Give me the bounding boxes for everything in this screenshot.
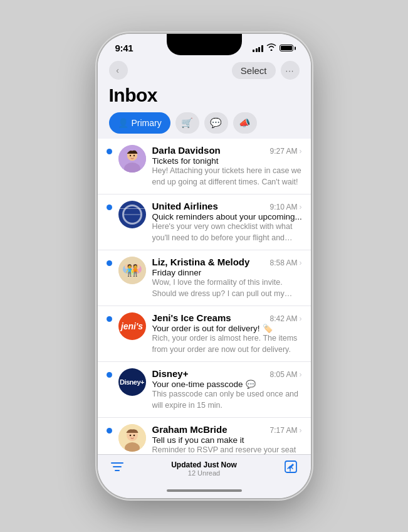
avatar: 🧑‍🤝‍🧑 bbox=[118, 257, 146, 284]
updated-label: Updated Just Now bbox=[171, 460, 237, 469]
email-preview: Hey! Attaching your tickets here in case… bbox=[152, 166, 302, 188]
svg-point-16 bbox=[129, 435, 131, 437]
megaphone-icon: 📣 bbox=[239, 117, 251, 129]
email-sender: Darla Davidson bbox=[152, 145, 221, 156]
svg-text:🧑‍🤝‍🧑: 🧑‍🤝‍🧑 bbox=[125, 263, 140, 277]
email-time: 7:17 AM bbox=[269, 426, 297, 435]
home-bar bbox=[167, 489, 242, 492]
nav-bar: ‹ Select ··· bbox=[98, 56, 311, 82]
list-item[interactable]: Darla Davidson 9:27 AM › Tickets for ton… bbox=[98, 139, 311, 194]
tab-promotions[interactable]: 📣 bbox=[233, 112, 257, 134]
cart-icon: 🛒 bbox=[181, 117, 193, 129]
unread-indicator bbox=[107, 149, 112, 154]
status-icons bbox=[253, 43, 293, 53]
tab-shopping[interactable]: 🛒 bbox=[175, 112, 199, 134]
phone-frame: 9:41 bbox=[98, 34, 311, 498]
email-time: 8:58 AM bbox=[269, 258, 297, 267]
email-preview: This passcode can only be used once and … bbox=[152, 389, 302, 411]
tab-primary[interactable]: 👤 Primary bbox=[109, 112, 170, 134]
email-time: 8:42 AM bbox=[269, 314, 297, 323]
avatar: jeni's bbox=[118, 312, 146, 340]
tab-social[interactable]: 💬 bbox=[204, 112, 228, 134]
chevron-right-icon: › bbox=[300, 258, 302, 267]
notch bbox=[167, 34, 242, 55]
email-sender: Jeni's Ice Creams bbox=[152, 312, 231, 323]
list-item[interactable]: United Airlines 9:10 AM › Quick reminder… bbox=[98, 194, 311, 250]
unread-indicator bbox=[107, 372, 112, 378]
email-sender: Graham McBride bbox=[152, 424, 228, 435]
list-item[interactable]: Graham McBride 7:17 AM › Tell us if you … bbox=[98, 418, 311, 454]
avatar bbox=[118, 424, 146, 452]
email-subject: Friday dinner bbox=[152, 268, 302, 277]
email-preview: Reminder to RSVP and reserve your seat a… bbox=[152, 445, 302, 454]
avatar: Disney+ bbox=[118, 368, 146, 396]
email-subject: Quick reminders about your upcoming... 🏷… bbox=[152, 212, 302, 221]
page-title: Inbox bbox=[109, 85, 300, 106]
email-content: Disney+ 8:05 AM › Your one-time passcode… bbox=[152, 368, 302, 411]
bottom-bar: Updated Just Now 12 Unread bbox=[98, 454, 311, 487]
update-status: Updated Just Now 12 Unread bbox=[171, 460, 237, 477]
screen: 9:41 bbox=[98, 34, 311, 498]
shopping-tag-icon: 🏷️ bbox=[263, 324, 273, 333]
tab-primary-label: Primary bbox=[132, 118, 162, 128]
email-sender: Liz, Kristina & Melody bbox=[152, 257, 250, 267]
email-content: Liz, Kristina & Melody 8:58 AM › Friday … bbox=[152, 257, 302, 299]
avatar bbox=[118, 145, 146, 173]
wifi-icon bbox=[266, 43, 276, 53]
category-tabs: 👤 Primary 🛒 💬 📣 bbox=[98, 112, 311, 139]
email-content: Darla Davidson 9:27 AM › Tickets for ton… bbox=[152, 145, 302, 188]
svg-point-17 bbox=[133, 435, 135, 437]
email-time: 8:05 AM bbox=[269, 370, 297, 379]
unread-indicator bbox=[107, 428, 112, 434]
list-item[interactable]: 🧑‍🤝‍🧑 Liz, Kristina & Melody 8:58 AM › F… bbox=[98, 250, 311, 306]
email-subject: Tickets for tonight bbox=[152, 156, 302, 166]
battery-icon bbox=[280, 45, 293, 51]
back-arrow-icon: ‹ bbox=[116, 65, 119, 75]
svg-point-5 bbox=[133, 155, 134, 156]
email-time: 9:10 AM bbox=[269, 203, 297, 211]
chat-icon: 💬 bbox=[246, 380, 256, 389]
chevron-right-icon: › bbox=[300, 147, 302, 156]
home-indicator bbox=[98, 487, 311, 498]
email-time: 9:27 AM bbox=[269, 147, 297, 156]
person-icon: 👤 bbox=[118, 118, 128, 128]
svg-point-4 bbox=[129, 155, 130, 156]
list-item[interactable]: jeni's Jeni's Ice Creams 8:42 AM › Your … bbox=[98, 306, 311, 362]
unread-indicator bbox=[107, 260, 112, 266]
status-time: 9:41 bbox=[115, 43, 133, 53]
avatar bbox=[118, 201, 146, 228]
email-list: Darla Davidson 9:27 AM › Tickets for ton… bbox=[98, 139, 311, 454]
signal-bars-icon bbox=[253, 45, 263, 52]
select-button[interactable]: Select bbox=[232, 62, 276, 79]
email-content: United Airlines 9:10 AM › Quick reminder… bbox=[152, 201, 302, 243]
unread-count-label: 12 Unread bbox=[171, 469, 237, 477]
email-preview: Wow, I love the formality of this invite… bbox=[152, 277, 302, 299]
unread-indicator bbox=[107, 316, 112, 322]
email-subject: Your order is out for delivery! 🏷️ bbox=[152, 324, 302, 333]
email-subject: Tell us if you can make it bbox=[152, 435, 302, 445]
compose-button[interactable] bbox=[284, 460, 298, 477]
email-preview: Here's your very own checklist with what… bbox=[152, 221, 302, 243]
email-sender: Disney+ bbox=[152, 368, 189, 379]
more-icon: ··· bbox=[286, 66, 295, 75]
chevron-right-icon: › bbox=[300, 203, 302, 211]
chevron-right-icon: › bbox=[300, 426, 302, 435]
back-button[interactable]: ‹ bbox=[109, 61, 128, 80]
unread-indicator bbox=[107, 205, 112, 210]
email-sender: United Airlines bbox=[152, 201, 218, 211]
chat-bubble-icon: 💬 bbox=[210, 117, 222, 129]
email-content: Graham McBride 7:17 AM › Tell us if you … bbox=[152, 424, 302, 454]
email-content: Jeni's Ice Creams 8:42 AM › Your order i… bbox=[152, 312, 302, 355]
more-button[interactable]: ··· bbox=[281, 61, 300, 80]
email-subject: Your one-time passcode 💬 bbox=[152, 380, 302, 389]
chevron-right-icon: › bbox=[300, 370, 302, 379]
inbox-header: Inbox bbox=[98, 82, 311, 112]
filter-button[interactable] bbox=[110, 460, 124, 477]
list-item[interactable]: Disney+ Disney+ 8:05 AM › Your one-time … bbox=[98, 362, 311, 418]
email-preview: Rich, your order is almost here. The ite… bbox=[152, 333, 302, 355]
chevron-right-icon: › bbox=[300, 314, 302, 323]
nav-right-actions: Select ··· bbox=[232, 61, 300, 80]
